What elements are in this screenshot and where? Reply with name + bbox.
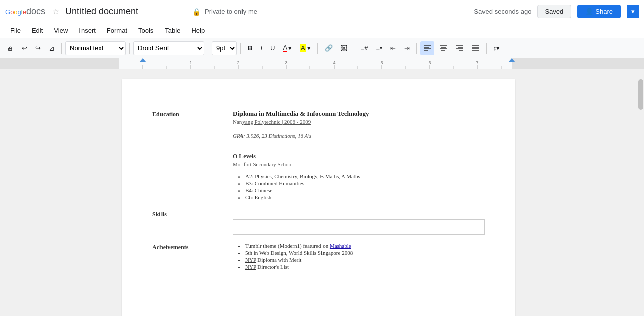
menu-bar: File Edit View Insert Format Tools Table… [0, 23, 644, 38]
document-page[interactable]: Education Diploma in Multimedia & Infoco… [122, 79, 515, 316]
separator-4 [240, 43, 241, 54]
menu-tools[interactable]: Tools [133, 25, 158, 36]
separator-2 [129, 43, 130, 54]
line-spacing-button[interactable]: ↕▾ [490, 41, 503, 55]
paint-format-button[interactable]: ⊿ [46, 41, 58, 55]
google-logo: Google docs [5, 6, 48, 17]
google-g1: G [5, 8, 10, 16]
skills-label: Skills [152, 209, 233, 235]
share-icon: 👤 [585, 8, 593, 15]
align-left-icon [423, 45, 431, 52]
text-color-button[interactable]: A▾ [280, 41, 295, 55]
text-cursor [233, 210, 233, 217]
privacy-text: Private to only me [205, 8, 257, 15]
scrollbar[interactable] [637, 69, 644, 316]
google-g2: g [18, 8, 21, 16]
justify-button[interactable] [468, 41, 482, 55]
align-center-icon [439, 45, 447, 52]
increase-indent-button[interactable]: ⇥ [401, 41, 413, 55]
svg-rect-17 [512, 58, 644, 69]
nyp-abbr-1: NYP [245, 257, 256, 263]
achievements-section: Acheivements Tumblr theme (Modern1) feat… [152, 243, 485, 271]
skills-section: Skills [152, 209, 485, 235]
numbered-list-button[interactable]: ≡# [358, 41, 371, 55]
list-item: C6: English [245, 194, 485, 200]
mashable-link[interactable]: Mashable [330, 243, 351, 249]
table-row [233, 220, 485, 235]
highlight-button[interactable]: A▾ [297, 41, 314, 55]
svg-text:3: 3 [285, 60, 287, 65]
o-levels-title: O Levels [233, 153, 485, 160]
link-button[interactable]: 🔗 [321, 41, 336, 55]
font-dropdown[interactable]: Droid Serif Arial Times New Roman [133, 41, 204, 55]
star-icon[interactable]: ☆ [52, 7, 59, 16]
gpa-line: GPA: 3.926, 23 Distinctions, 16 A's [233, 133, 485, 139]
svg-text:5: 5 [380, 60, 383, 65]
bold-button[interactable]: B [245, 41, 255, 55]
image-button[interactable]: 🖼 [338, 41, 350, 55]
svg-text:4: 4 [333, 60, 335, 65]
decrease-indent-button[interactable]: ⇤ [387, 41, 399, 55]
list-item: B3: Combined Humanities [245, 180, 485, 186]
degree-title: Diploma in Multimedia & Infocomm Technol… [233, 110, 485, 118]
menu-format[interactable]: Format [102, 25, 132, 36]
saved-button[interactable]: Saved [537, 5, 571, 18]
italic-button[interactable]: I [257, 41, 265, 55]
share-button[interactable]: 👤 Share [577, 5, 621, 18]
svg-rect-16 [0, 58, 119, 69]
underline-button[interactable]: U [267, 41, 278, 55]
align-center-button[interactable] [436, 41, 450, 55]
skills-cell-2[interactable] [359, 220, 485, 235]
svg-text:7: 7 [476, 60, 478, 65]
svg-text:1: 1 [189, 60, 192, 65]
menu-view[interactable]: View [49, 25, 73, 36]
list-item: 5th in Web Design, World Skills Singapor… [245, 250, 485, 256]
saved-status: Saved seconds ago [474, 8, 531, 15]
separator-1 [61, 43, 62, 54]
menu-help[interactable]: Help [186, 25, 210, 36]
education-section: Education Diploma in Multimedia & Infoco… [152, 110, 485, 201]
education-content[interactable]: Diploma in Multimedia & Infocomm Technol… [233, 110, 485, 201]
achievements-label: Acheivements [152, 243, 233, 271]
svg-text:6: 6 [428, 60, 431, 65]
style-dropdown[interactable]: Normal text Heading 1 Heading 2 Heading … [65, 41, 126, 55]
menu-edit[interactable]: Edit [27, 25, 48, 36]
skills-table[interactable] [233, 219, 485, 235]
scroll-thumb[interactable] [638, 79, 643, 110]
ruler-svg: 1 2 3 4 5 6 7 [0, 58, 644, 69]
redo-button[interactable]: ↪ [32, 41, 44, 55]
separator-6 [354, 43, 354, 54]
school-subtitle: Nanyang Polytechnic | 2006 - 2009 [233, 119, 485, 125]
undo-button[interactable]: ↩ [19, 41, 30, 55]
top-bar-right: Saved seconds ago Saved 👤 Share ▾ [474, 5, 639, 18]
skills-content[interactable] [233, 209, 485, 235]
menu-insert[interactable]: Insert [74, 25, 101, 36]
separator-7 [416, 43, 417, 54]
document-title[interactable] [63, 5, 184, 18]
nyp-abbr-2: NYP [245, 264, 256, 270]
achievements-content[interactable]: Tumblr theme (Modern1) featured on Masha… [233, 243, 485, 271]
top-bar: Google docs ☆ 🔒 Private to only me Saved… [0, 0, 644, 23]
bullet-list-button[interactable]: ≡• [373, 41, 385, 55]
list-item: Tumblr theme (Modern1) featured on Masha… [245, 243, 485, 249]
page-area[interactable]: Education Diploma in Multimedia & Infoco… [0, 69, 637, 316]
ruler: 1 2 3 4 5 6 7 [0, 58, 644, 69]
main-area: Education Diploma in Multimedia & Infoco… [0, 69, 644, 316]
google-o1: o [10, 8, 14, 16]
list-item: B4: Chinese [245, 187, 485, 193]
align-left-button[interactable] [420, 41, 434, 55]
menu-table[interactable]: Table [159, 25, 185, 36]
google-e: e [23, 8, 26, 16]
menu-file[interactable]: File [5, 25, 26, 36]
list-item: NYP Diploma with Merit [245, 257, 485, 263]
separator-5 [317, 43, 318, 54]
share-dropdown-button[interactable]: ▾ [627, 5, 639, 18]
print-button[interactable]: 🖨 [4, 41, 17, 55]
lock-icon: 🔒 [192, 8, 201, 16]
skills-cell-1[interactable] [233, 220, 359, 235]
separator-8 [486, 43, 487, 54]
toolbar: 🖨 ↩ ↪ ⊿ Normal text Heading 1 Heading 2 … [0, 38, 644, 58]
list-item: A2: Physics, Chemistry, Biology, E Maths… [245, 173, 485, 179]
font-size-dropdown[interactable]: 9pt 10pt 11pt 12pt [212, 41, 237, 55]
align-right-button[interactable] [452, 41, 466, 55]
